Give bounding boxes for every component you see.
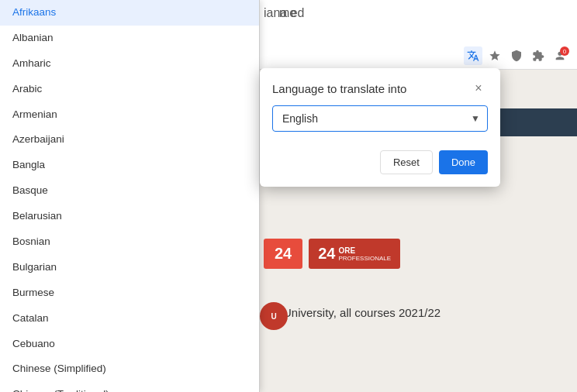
language-select-wrapper: Afrikaans Albanian Amharic Arabic Armeni… xyxy=(272,105,488,132)
logo-area: 24 24 ORE PROFESSIONALE xyxy=(264,239,400,269)
extensions-icon[interactable] xyxy=(529,46,548,65)
language-item[interactable]: Cebuano xyxy=(0,332,259,357)
dialog-title: Language to translate into xyxy=(272,82,406,95)
language-item[interactable]: Bangla xyxy=(0,153,259,178)
language-dropdown-list[interactable]: Afrikaans Albanian Amharic Arabic Armeni… xyxy=(0,0,260,392)
browser-toolbar: 0 xyxy=(464,46,569,65)
logo-ore: 24 ORE PROFESSIONALE xyxy=(309,239,400,269)
dialog-header: Language to translate into × xyxy=(260,68,500,105)
translate-icon[interactable] xyxy=(464,46,482,65)
language-item[interactable]: Basque xyxy=(0,178,259,204)
language-item[interactable]: Chinese (Traditional) xyxy=(0,382,259,392)
dialog-close-button[interactable]: × xyxy=(469,79,488,98)
shield-icon[interactable] xyxy=(507,46,526,65)
language-item[interactable]: Armenian xyxy=(0,102,259,128)
profile-badge-count: 0 xyxy=(560,46,569,56)
language-item[interactable]: Amharic xyxy=(0,51,259,77)
dialog-body: Afrikaans Albanian Amharic Arabic Armeni… xyxy=(260,105,500,144)
language-item[interactable]: Afrikaans xyxy=(0,0,259,26)
language-item[interactable]: Catalan xyxy=(0,306,259,332)
language-item[interactable]: Azerbaijani xyxy=(0,127,259,153)
dialog-footer: Reset Done xyxy=(260,144,500,187)
language-item[interactable]: Bosnian xyxy=(0,229,259,255)
language-item[interactable]: Bulgarian xyxy=(0,255,259,280)
reset-button[interactable]: Reset xyxy=(380,150,433,174)
star-icon[interactable] xyxy=(485,46,504,65)
bg-text-right: me xyxy=(279,6,296,20)
language-item[interactable]: Arabic xyxy=(0,77,259,102)
done-button[interactable]: Done xyxy=(439,150,488,174)
logo-24-red: 24 xyxy=(264,239,302,269)
university-logo: U xyxy=(260,302,288,330)
language-item[interactable]: Chinese (Simplified) xyxy=(0,356,259,382)
language-select[interactable]: Afrikaans Albanian Amharic Arabic Armeni… xyxy=(272,105,488,132)
profile-icon[interactable]: 0 xyxy=(551,46,569,65)
language-item[interactable]: Belarusian xyxy=(0,204,259,229)
university-text: University, all courses 2021/22 xyxy=(283,306,441,319)
language-item[interactable]: Burmese xyxy=(0,280,259,306)
language-item[interactable]: Albanian xyxy=(0,26,259,51)
translate-dialog: Language to translate into × Afrikaans A… xyxy=(260,68,500,187)
